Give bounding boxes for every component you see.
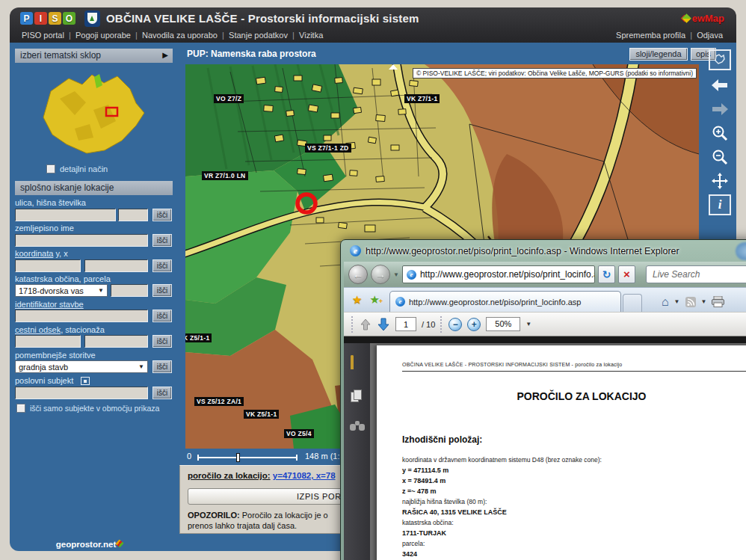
search-section-header: splošno iskanje lokacije bbox=[15, 181, 173, 195]
geoname-input[interactable] bbox=[15, 234, 148, 247]
pan-tool[interactable] bbox=[709, 170, 731, 191]
pages-panel-icon[interactable] bbox=[351, 390, 363, 403]
geoname-search-button[interactable]: išči bbox=[152, 234, 172, 247]
subjects-filter-checkbox[interactable] bbox=[16, 404, 25, 413]
ie-title-bar[interactable]: e http://www.geoprostor.net/piso/print_l… bbox=[341, 240, 746, 262]
search-section-label: splošno iskanje lokacije bbox=[20, 182, 114, 193]
street-input[interactable] bbox=[15, 209, 116, 221]
building-id-input[interactable] bbox=[15, 310, 148, 322]
ie-icon: e bbox=[350, 245, 361, 256]
document-line: z =~ 478 m bbox=[402, 487, 437, 495]
overview-map[interactable] bbox=[22, 69, 161, 161]
geoprostor-leaf-icon bbox=[116, 539, 124, 547]
detail-mode-label: detajlni način bbox=[60, 164, 108, 173]
security-lock-icon[interactable] bbox=[351, 357, 363, 372]
road-section-link[interactable]: cestni odsek bbox=[15, 325, 61, 334]
live-search-placeholder: Live Search bbox=[653, 269, 700, 280]
coordinate-search-button[interactable]: išči bbox=[152, 259, 172, 272]
page-number-input[interactable] bbox=[395, 317, 416, 331]
scale-zero: 0 bbox=[187, 452, 191, 461]
business-info-icon[interactable] bbox=[81, 377, 90, 385]
new-tab-stub[interactable] bbox=[623, 294, 642, 312]
home-dropdown-icon[interactable]: ▼ bbox=[674, 298, 680, 305]
back-arrow-tool[interactable] bbox=[709, 75, 731, 96]
layers-legend-button[interactable]: sloji/legenda bbox=[629, 48, 688, 61]
menu-piso-portal[interactable]: PISO portal bbox=[22, 31, 64, 40]
road-section-input[interactable] bbox=[15, 335, 81, 348]
add-favorite-icon[interactable]: ★+ bbox=[369, 290, 379, 310]
piso-logo-o: O bbox=[63, 12, 75, 25]
zoom-out-button[interactable]: − bbox=[448, 318, 462, 331]
history-dropdown-icon[interactable]: ▼ bbox=[393, 271, 399, 278]
document-line: 1711-TURJAK bbox=[402, 529, 446, 537]
document-line: koordinata v državnem koordinatnem siste… bbox=[402, 456, 602, 464]
pdf-toolbar: / 10 − + 50% ▼ bbox=[344, 312, 746, 336]
menu-navodila[interactable]: Navodila za uporabo bbox=[131, 31, 218, 40]
browser-forward-button[interactable]: → bbox=[371, 265, 390, 284]
scale-slider-handle[interactable] bbox=[236, 453, 240, 462]
coordinate-x-input[interactable] bbox=[84, 259, 148, 272]
previous-page-icon[interactable] bbox=[360, 319, 372, 330]
coordinate-link[interactable]: koordinata bbox=[15, 249, 53, 258]
next-page-icon[interactable] bbox=[377, 318, 390, 331]
geoname-label: zemljepisno ime bbox=[15, 224, 74, 233]
building-id-link[interactable]: identifikator stavbe bbox=[15, 300, 84, 309]
theme-selector-label: izberi tematski sklop bbox=[20, 50, 101, 61]
favorites-icon[interactable]: ★ bbox=[352, 290, 362, 310]
menu-sprememba-profila[interactable]: Sprememba profila bbox=[616, 31, 685, 40]
services-select[interactable]: gradnja stavb ▼ bbox=[15, 360, 148, 373]
house-number-input[interactable] bbox=[118, 209, 148, 221]
rss-feed-icon[interactable] bbox=[685, 297, 696, 307]
menu-pogoji-uporabe[interactable]: Pogoji uporabe bbox=[64, 31, 131, 40]
stop-button[interactable]: × bbox=[618, 265, 635, 283]
live-search-box[interactable]: Live Search bbox=[646, 265, 746, 283]
identify-tool[interactable]: i bbox=[709, 194, 731, 215]
menu-left: PISO portal Pogoji uporabe Navodila za u… bbox=[22, 31, 323, 40]
feed-dropdown-icon[interactable]: ▼ bbox=[701, 298, 707, 305]
scale-ruler[interactable] bbox=[197, 457, 298, 458]
full-extent-tool[interactable] bbox=[709, 49, 731, 70]
menu-stanje-podatkov[interactable]: Stanje podatkov bbox=[218, 31, 288, 40]
map-copyright: © PISO-VELIKE LAŠČE; viri podatkov: Obči… bbox=[413, 68, 697, 79]
zoom-in-button[interactable]: + bbox=[467, 318, 481, 331]
address-bar[interactable]: e http://www.geoprostor.net/piso/print_l… bbox=[402, 265, 595, 283]
home-icon[interactable]: ⌂ bbox=[662, 297, 669, 307]
building-id-search-button[interactable]: išči bbox=[152, 310, 172, 322]
tab-favicon: e bbox=[395, 297, 405, 307]
browser-back-button[interactable]: ← bbox=[348, 265, 368, 284]
ie-navigation-bar: ← → ▼ e http://www.geoprostor.net/piso/p… bbox=[344, 262, 746, 287]
street-search-button[interactable]: išči bbox=[152, 209, 172, 221]
browser-tab[interactable]: e http://www.geoprostor.net/piso/print_l… bbox=[389, 291, 621, 312]
business-input[interactable] bbox=[15, 387, 148, 399]
menu-odjava[interactable]: Odjava bbox=[685, 31, 723, 40]
cadastral-search-button[interactable]: išči bbox=[152, 284, 172, 297]
refresh-button[interactable]: ↻ bbox=[598, 265, 615, 283]
stationing-input[interactable] bbox=[84, 335, 148, 348]
panel-collapse-arrow-icon[interactable] bbox=[389, 64, 398, 70]
menu-vizitka[interactable]: Vizitka bbox=[288, 31, 323, 40]
chevron-down-icon: ▼ bbox=[138, 363, 144, 370]
services-search-button[interactable]: išči bbox=[152, 360, 172, 373]
document-line: najbližja hišna številka (80 m): bbox=[402, 498, 487, 505]
parcel-input[interactable] bbox=[111, 284, 148, 297]
forward-arrow-tool[interactable] bbox=[709, 99, 731, 120]
menu-right: Sprememba profila Odjava bbox=[616, 31, 723, 40]
zone-label: VK Z5/1-1 bbox=[244, 410, 279, 419]
detail-mode-checkbox[interactable] bbox=[46, 164, 55, 173]
search-binoculars-icon[interactable] bbox=[350, 421, 365, 431]
municipality-crest-icon bbox=[84, 10, 100, 27]
business-label-text: poslovni subjekt bbox=[15, 376, 73, 385]
print-icon[interactable] bbox=[712, 296, 724, 307]
theme-selector[interactable]: ▶ izberi tematski sklop bbox=[15, 49, 173, 63]
road-search-button[interactable]: išči bbox=[152, 335, 172, 348]
zoom-level-box[interactable]: 50% bbox=[486, 317, 520, 331]
zoom-in-tool[interactable] bbox=[709, 123, 731, 144]
business-search-button[interactable]: išči bbox=[152, 387, 172, 399]
pdf-top-strip bbox=[344, 336, 746, 343]
zoom-out-tool[interactable] bbox=[709, 147, 731, 167]
cadastral-select[interactable]: 1718-dvorska vas ▼ bbox=[15, 284, 108, 297]
coordinate-y-input[interactable] bbox=[15, 259, 81, 272]
command-bar: ⌂ ▼ ▼ bbox=[662, 296, 725, 307]
zoom-dropdown-icon[interactable]: ▼ bbox=[525, 321, 531, 327]
report-coordinates-link[interactable]: y=471082, x=78 bbox=[273, 471, 336, 480]
